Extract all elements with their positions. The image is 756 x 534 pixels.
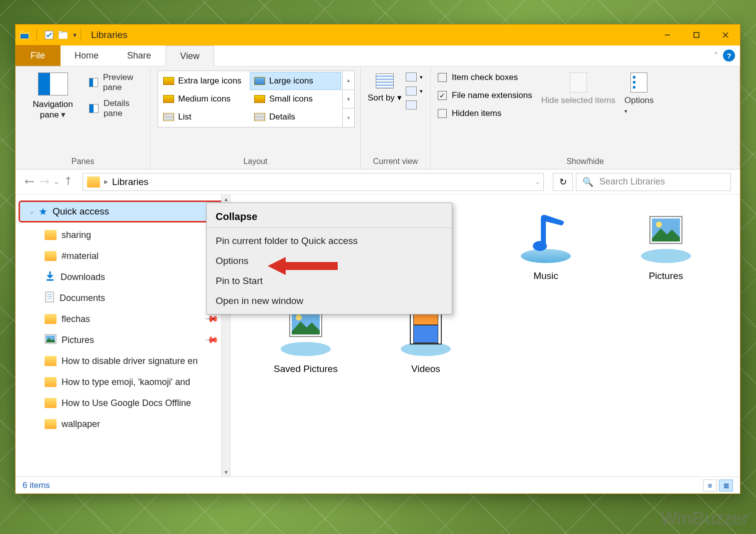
svg-point-34 <box>656 222 662 228</box>
tree-item[interactable]: How to type emoji, 'kaomoji' and <box>16 372 230 392</box>
library-item[interactable]: Music <box>501 208 591 282</box>
details-pane-icon <box>89 104 99 113</box>
layout-scroll[interactable]: ▲ ▼ ▾ <box>343 70 355 128</box>
layout-small[interactable]: Small icons <box>250 90 341 108</box>
file-extensions-label: File name extensions <box>452 90 532 100</box>
search-icon: 🔍 <box>582 176 593 188</box>
tree-item-icon <box>45 334 57 346</box>
ribbon-group-show-hide: Item check boxes ✓File name extensions H… <box>431 66 740 169</box>
tree-item-label: sharing <box>62 230 91 240</box>
scroll-down-icon[interactable]: ▼ <box>222 468 231 476</box>
layout-gallery[interactable]: Extra large icons Large icons Medium ico… <box>158 70 343 128</box>
file-extensions-checkbox[interactable]: ✓File name extensions <box>438 90 532 100</box>
collapse-ribbon-icon[interactable]: ˄ <box>714 51 718 60</box>
tree-item-icon <box>45 230 57 240</box>
item-checkboxes-checkbox[interactable]: Item check boxes <box>438 72 532 82</box>
navigation-pane-button[interactable]: Navigation pane ▾ <box>23 70 83 154</box>
tab-view[interactable]: View <box>166 46 214 66</box>
maximize-button[interactable] <box>682 24 711 46</box>
library-label: Pictures <box>649 270 683 282</box>
layout-large[interactable]: Large icons <box>250 72 341 90</box>
context-menu-open-new-window[interactable]: Open in new window <box>207 291 452 311</box>
breadcrumb-location[interactable]: Libraries <box>112 176 149 188</box>
quick-access-label: Quick access <box>53 206 109 217</box>
explorer-icon <box>20 30 30 40</box>
svg-rect-7 <box>694 32 699 38</box>
layout-medium[interactable]: Medium icons <box>159 90 250 108</box>
help-icon[interactable]: ? <box>723 50 735 62</box>
layout-details[interactable]: Details <box>250 108 341 126</box>
navigation-tree[interactable]: ⌵ ★ Quick access sharing#materialDownloa… <box>16 194 231 476</box>
forward-button[interactable]: 🡒 <box>40 176 50 188</box>
layout-scroll-down-icon[interactable]: ▼ <box>343 90 354 109</box>
search-input[interactable]: 🔍 Search Libraries <box>576 173 731 191</box>
navigation-pane-icon <box>38 72 68 96</box>
size-columns-button[interactable] <box>406 100 423 110</box>
context-menu-header[interactable]: Collapse <box>207 206 452 228</box>
tree-item[interactable]: wallpaper <box>16 414 230 434</box>
tree-item-icon <box>45 292 55 305</box>
sort-by-button[interactable]: Sort by ▾ <box>368 70 402 103</box>
svg-rect-1 <box>20 30 24 33</box>
tree-item[interactable]: How to Use Google Docs Offline <box>16 392 230 414</box>
svg-point-31 <box>641 249 691 263</box>
library-label: Videos <box>411 364 440 374</box>
layout-list[interactable]: List <box>159 108 250 126</box>
close-button[interactable] <box>711 24 740 46</box>
tree-item-icon <box>45 270 56 284</box>
tree-item-icon <box>45 398 57 408</box>
new-folder-icon[interactable] <box>58 30 68 40</box>
add-columns-icon <box>406 86 417 96</box>
preview-pane-button[interactable]: Preview pane <box>89 72 143 92</box>
tree-item[interactable]: How to disable driver signature en <box>16 350 230 372</box>
layout-extra-large[interactable]: Extra large icons <box>159 72 250 90</box>
hide-selected-button[interactable]: Hide selected items <box>541 72 615 106</box>
view-icons-button[interactable]: ▦ <box>719 480 733 492</box>
back-button[interactable]: 🡐 <box>25 176 35 188</box>
quick-access-toolbar: ▼ <box>20 29 78 41</box>
svg-rect-44 <box>414 326 438 342</box>
navigation-pane-label: Navigation pane <box>33 100 73 120</box>
tree-item[interactable]: flechas📌 <box>16 308 230 330</box>
tab-share[interactable]: Share <box>113 45 166 66</box>
options-button[interactable]: Options▾ <box>624 72 654 116</box>
svg-point-30 <box>533 241 547 251</box>
add-columns-button[interactable]: ▾ <box>406 86 423 96</box>
qat-dropdown-icon[interactable]: ▼ <box>72 32 78 38</box>
watermark: WinBuzzer <box>660 508 748 529</box>
preview-pane-icon <box>89 78 98 87</box>
recent-locations-button[interactable]: ⌵ <box>55 178 59 186</box>
tree-item[interactable]: Pictures📌 <box>16 330 230 350</box>
view-details-button[interactable]: ≣ <box>703 480 717 492</box>
tab-home[interactable]: Home <box>61 45 113 66</box>
library-label: Music <box>533 270 558 282</box>
minimize-button[interactable] <box>653 24 682 46</box>
tree-quick-access[interactable]: ⌵ ★ Quick access <box>19 200 227 222</box>
properties-icon[interactable] <box>44 30 54 40</box>
title-bar[interactable]: ▼ Libraries <box>16 24 740 46</box>
tree-item[interactable]: Documents <box>16 288 230 308</box>
address-dropdown-icon[interactable]: ⌵ <box>536 178 539 186</box>
tree-item[interactable]: #material <box>16 246 230 266</box>
tab-file[interactable]: File <box>16 45 61 66</box>
details-pane-button[interactable]: Details pane <box>89 98 143 118</box>
tree-item-label: #material <box>62 251 99 262</box>
expand-chevron-icon[interactable]: ⌵ <box>30 208 34 215</box>
refresh-button[interactable]: ↻ <box>553 173 573 191</box>
context-menu-pin-quick-access[interactable]: Pin current folder to Quick access <box>207 231 452 251</box>
hidden-items-checkbox[interactable]: Hidden items <box>438 108 532 118</box>
svg-point-29 <box>521 249 571 263</box>
tree-item-icon <box>45 356 57 366</box>
layout-scroll-up-icon[interactable]: ▲ <box>343 71 354 90</box>
group-label-current-view: Current view <box>368 154 423 169</box>
layout-expand-icon[interactable]: ▾ <box>343 108 354 127</box>
up-button[interactable]: 🡑 <box>64 176 74 188</box>
tree-item[interactable]: Downloads <box>16 266 230 288</box>
search-placeholder: Search Libraries <box>599 176 665 187</box>
options-icon <box>630 72 647 92</box>
address-input[interactable]: ▶ Libraries ⌵ <box>83 173 544 191</box>
tree-item[interactable]: sharing <box>16 224 230 246</box>
library-item[interactable]: Pictures <box>621 208 711 282</box>
group-by-button[interactable]: ▾ <box>406 72 423 82</box>
breadcrumb-chevron-icon[interactable]: ▶ <box>104 178 108 185</box>
